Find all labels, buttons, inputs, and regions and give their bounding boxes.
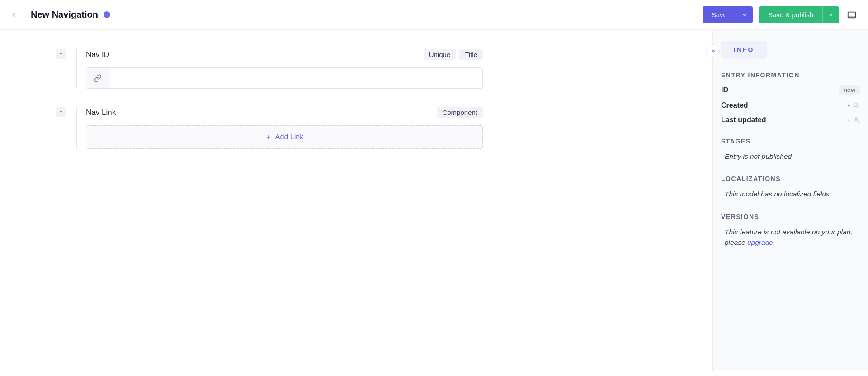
user-icon [853, 116, 860, 124]
page-title: New Navigation [31, 10, 98, 20]
info-row-id: ID new [721, 85, 860, 95]
section-title: VERSIONS [721, 213, 860, 220]
user-icon [853, 102, 860, 109]
save-button-group: Save [703, 6, 753, 23]
link-icon [94, 74, 102, 82]
field-header: Nav ID Unique Title [86, 49, 483, 60]
collapse-col [0, 107, 72, 117]
info-value-created: - [848, 101, 860, 109]
field-badges: Unique Title [424, 49, 483, 60]
svg-marker-2 [60, 53, 62, 55]
sidebar-collapse-button[interactable] [706, 44, 720, 58]
publish-dropdown-button[interactable] [822, 6, 839, 23]
chevron-left-icon [11, 12, 17, 18]
collapse-button[interactable] [56, 49, 66, 59]
section-title: STAGES [721, 138, 860, 145]
stages-body: Entry is not published [721, 151, 860, 162]
header: New Navigation Save Save & publish [0, 0, 868, 30]
body: Nav ID Unique Title [0, 30, 868, 371]
versions-body-prefix: This feature is not available on your pl… [725, 228, 853, 246]
field-badges: Component [437, 107, 483, 118]
back-button[interactable] [10, 11, 18, 19]
info-row-created: Created - [721, 101, 860, 109]
tab-info[interactable]: INFO [721, 41, 767, 59]
header-left: New Navigation [10, 10, 110, 20]
caret-down-icon [59, 109, 63, 114]
info-value-id: new [839, 85, 860, 95]
info-label-created: Created [721, 101, 748, 109]
add-link-label: Add Link [275, 133, 303, 141]
versions-body: This feature is not available on your pl… [721, 227, 860, 248]
badge-unique: Unique [424, 49, 456, 60]
field-nav-link: Nav Link Component Add Link [0, 107, 712, 149]
publish-button-group: Save & publish [759, 6, 839, 23]
section-localizations: LOCALIZATIONS This model has no localize… [721, 175, 860, 199]
nav-id-input[interactable] [109, 68, 482, 88]
localizations-body: This model has no localized fields [721, 189, 860, 199]
section-entry-information: ENTRY INFORMATION ID new Created - Last … [721, 71, 860, 124]
caret-down-icon [59, 52, 63, 56]
svg-point-6 [855, 103, 857, 105]
field-content: Nav ID Unique Title [77, 49, 483, 89]
plus-icon [265, 134, 272, 140]
input-wrap [86, 67, 483, 89]
chevron-down-icon [828, 12, 834, 18]
slug-prefix [86, 68, 109, 88]
header-right: Save Save & publish [703, 6, 858, 23]
section-versions: VERSIONS This feature is not available o… [721, 213, 860, 248]
info-value-updated: - [848, 116, 860, 124]
section-title: ENTRY INFORMATION [721, 71, 860, 79]
save-publish-button[interactable]: Save & publish [759, 6, 822, 23]
upgrade-link[interactable]: upgrade [747, 238, 773, 246]
svg-marker-3 [60, 111, 62, 113]
updated-value: - [848, 116, 850, 124]
field-label: Nav Link [86, 108, 116, 117]
add-link-button[interactable]: Add Link [86, 125, 483, 149]
save-dropdown-button[interactable] [736, 6, 753, 23]
sidebar: INFO ENTRY INFORMATION ID new Created - … [712, 30, 868, 371]
collapse-col [0, 49, 72, 59]
created-value: - [848, 101, 850, 109]
title-wrap: New Navigation [31, 10, 110, 20]
main-content: Nav ID Unique Title [0, 30, 712, 371]
badge-title: Title [459, 49, 483, 60]
field-nav-id: Nav ID Unique Title [0, 49, 712, 89]
info-row-updated: Last updated - [721, 116, 860, 124]
section-title: LOCALIZATIONS [721, 175, 860, 182]
field-header: Nav Link Component [86, 107, 483, 118]
info-label-updated: Last updated [721, 116, 766, 124]
status-dot-icon [104, 11, 110, 18]
section-stages: STAGES Entry is not published [721, 138, 860, 162]
panel-toggle-button[interactable] [845, 9, 858, 21]
new-pill: new [839, 85, 860, 95]
chevrons-right-icon [710, 48, 716, 54]
badge-component: Component [437, 107, 483, 118]
field-content: Nav Link Component Add Link [77, 107, 483, 149]
panel-icon [847, 10, 857, 20]
info-label-id: ID [721, 86, 728, 94]
svg-point-7 [855, 118, 857, 120]
collapse-button[interactable] [56, 107, 66, 117]
save-button[interactable]: Save [703, 6, 736, 23]
chevron-down-icon [742, 12, 747, 18]
field-label: Nav ID [86, 50, 109, 59]
